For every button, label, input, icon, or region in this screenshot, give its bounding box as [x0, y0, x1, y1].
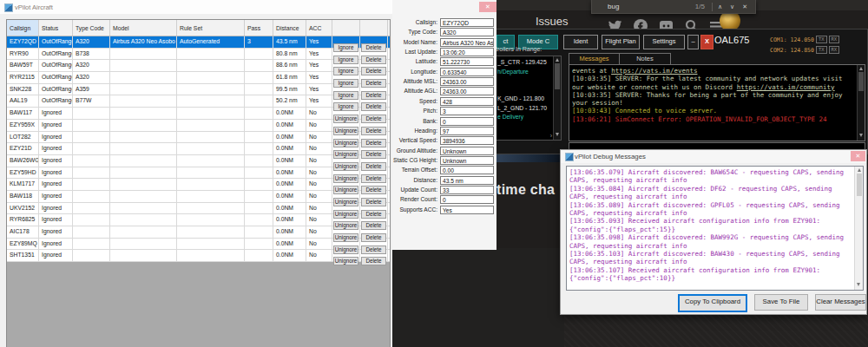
- column-header-Type Code[interactable]: Type Code: [73, 20, 110, 36]
- table-row[interactable]: RYR2115OutOfRangeA32061.8 nmYesIgnoreDel…: [7, 72, 390, 84]
- aircraft-window-titlebar[interactable]: vPilot Aircraft: [0, 0, 392, 14]
- flight-plan-button[interactable]: Flight Plan: [602, 35, 640, 49]
- controller-item[interactable]: [497, 86, 551, 95]
- scroll-thumb[interactable]: [857, 174, 862, 196]
- details-close-icon[interactable]: ✕: [479, 2, 496, 12]
- table-row[interactable]: SHT1351Ignored0.0NMNoUnignoreDelete: [7, 250, 390, 262]
- column-header-Status[interactable]: Status: [39, 20, 73, 36]
- table-row[interactable]: AAL19OutOfRangeB77W50.2 nmYesIgnoreDelet…: [7, 95, 390, 108]
- debug-window-titlebar[interactable]: vPilot Debug Messages ✕: [561, 150, 866, 163]
- debug-close-icon[interactable]: ✕: [851, 151, 865, 161]
- scroll-down-icon[interactable]: [556, 133, 559, 136]
- controllers-hscroll-chevron[interactable]: ›: [550, 133, 552, 140]
- copy-to-clipboard-button[interactable]: Copy To Clipboard: [678, 294, 747, 312]
- detail-value[interactable]: Unknown: [440, 147, 494, 155]
- controller-item[interactable]: L_2_GND - 121.70: [497, 104, 551, 114]
- scroll-up-icon[interactable]: [556, 58, 559, 62]
- table-row[interactable]: SNK228OutOfRangeA35999.5 nmYesIgnoreDele…: [7, 84, 390, 96]
- detail-value[interactable]: 0.00: [440, 166, 494, 174]
- controller-item[interactable]: e Delivery: [497, 113, 551, 122]
- detail-value[interactable]: 24363.00: [440, 77, 494, 86]
- message-link[interactable]: https://vats.im/community: [737, 83, 835, 91]
- close-button[interactable]: X: [700, 35, 713, 49]
- column-header-Rule Set[interactable]: Rule Set: [177, 20, 245, 36]
- table-row[interactable]: EZY72QDOutOfRangeA320Airbus A320 Neo Aso…: [7, 36, 390, 49]
- com1-tx-button[interactable]: TX: [816, 36, 827, 43]
- unignore-button[interactable]: Unignore: [333, 257, 358, 265]
- debug-scrollbar[interactable]: [854, 167, 863, 290]
- detail-value[interactable]: 3894936: [440, 136, 494, 145]
- column-header-Callsign[interactable]: Callsign: [7, 20, 39, 36]
- controllers-scrollbar[interactable]: [553, 56, 561, 140]
- table-row[interactable]: LOT282Ignored0.0NMNoUnignoreDelete: [7, 132, 390, 144]
- column-header-ACC[interactable]: ACC: [306, 20, 332, 36]
- find-next-icon[interactable]: ∨: [730, 3, 734, 10]
- com2-rx-button[interactable]: RX: [829, 46, 840, 54]
- table-row[interactable]: EZY21DIgnored0.0NMNoUnignoreDelete: [7, 143, 390, 155]
- detail-value[interactable]: 0: [440, 195, 494, 204]
- cell: [245, 108, 273, 119]
- detail-value[interactable]: Unknown: [440, 156, 494, 165]
- message-link[interactable]: https://vats.im/events: [611, 67, 697, 75]
- controller-item[interactable]: [497, 76, 551, 86]
- ident-button[interactable]: Ident: [563, 35, 598, 49]
- controller-item[interactable]: _S_CTR - 129.425: [497, 58, 551, 68]
- table-row[interactable]: BAW118Ignored0.0NMNoUnignoreDelete: [7, 191, 390, 203]
- detail-value[interactable]: 51.222730: [440, 57, 494, 66]
- column-header-actions[interactable]: [360, 20, 388, 36]
- save-to-file-button[interactable]: Save To File: [754, 294, 808, 311]
- controller-item[interactable]: h/Departure: [497, 68, 551, 77]
- tab-notes[interactable]: Notes: [619, 53, 671, 65]
- detail-value[interactable]: A320: [440, 28, 494, 36]
- cell: 0.0NM: [273, 120, 306, 131]
- scroll-up-icon[interactable]: [859, 67, 863, 70]
- scroll-down-icon[interactable]: [859, 134, 863, 137]
- table-row[interactable]: BAW117Ignored0.0NMNoUnignoreDelete: [7, 108, 390, 120]
- scroll-down-icon[interactable]: [857, 283, 860, 286]
- column-header-Distance[interactable]: Distance: [273, 20, 306, 36]
- table-row[interactable]: EZY59HDIgnored0.0NMNoUnignoreDelete: [7, 167, 390, 180]
- table-row[interactable]: RYR90OutOfRangeB73880.8 nmYesIgnoreDelet…: [7, 49, 390, 61]
- column-header-Pass[interactable]: Pass: [245, 20, 273, 36]
- delete-button[interactable]: Delete: [361, 257, 386, 265]
- column-header-actions[interactable]: [332, 20, 360, 36]
- chat-message: [10:03:35] SERVER: Thanks for being a pa…: [572, 91, 852, 108]
- table-row[interactable]: KLM1717Ignored0.0NMNoUnignoreDelete: [7, 179, 390, 191]
- com2-tx-button[interactable]: TX: [816, 46, 827, 54]
- detail-value[interactable]: 0.633540: [440, 68, 494, 76]
- column-header-Model[interactable]: Model: [110, 20, 177, 36]
- scroll-thumb[interactable]: [858, 72, 864, 91]
- detail-value[interactable]: 43.5 nm: [440, 176, 494, 185]
- detail-value[interactable]: Airbus A320 Neo Asobo: [440, 38, 494, 47]
- detail-value[interactable]: Yes: [440, 206, 494, 214]
- detail-value[interactable]: 428: [440, 97, 494, 106]
- cell: 0.0NM: [273, 132, 306, 143]
- detail-value[interactable]: 24363.00: [440, 87, 494, 95]
- com1-rx-button[interactable]: RX: [829, 36, 840, 43]
- controller-item[interactable]: K_GND - 121.800: [497, 95, 551, 104]
- messages-scrollbar[interactable]: [857, 65, 865, 141]
- clear-messages-button[interactable]: Clear Messages: [815, 294, 866, 311]
- detail-value[interactable]: 97: [440, 127, 494, 135]
- settings-button[interactable]: Settings: [643, 35, 685, 49]
- find-query[interactable]: bug: [608, 3, 695, 10]
- table-row[interactable]: BAW26WGIgnored0.0NMNoUnignoreDelete: [7, 155, 390, 167]
- table-row[interactable]: BAW59TOutOfRangeA32088.6 nmYesIgnoreDele…: [7, 60, 390, 72]
- detail-value[interactable]: 13:06:20: [440, 48, 494, 56]
- table-row[interactable]: EZY959XIgnored0.0NMNoUnignoreDelete: [7, 120, 390, 132]
- table-row[interactable]: AIC178Ignored0.0NMNoUnignoreDelete: [7, 226, 390, 239]
- table-row[interactable]: UKV2152Ignored0.0NMNoUnignoreDelete: [7, 203, 390, 215]
- find-previous-icon[interactable]: ∧: [718, 3, 722, 10]
- find-close-icon[interactable]: ✕: [742, 3, 747, 10]
- minimize-button[interactable]: –: [687, 35, 699, 49]
- detail-value[interactable]: EZY72QD: [440, 18, 494, 27]
- scroll-up-icon[interactable]: [858, 168, 861, 172]
- table-row[interactable]: RYR6825Ignored0.0NMNoUnignoreDelete: [7, 214, 390, 226]
- detail-value[interactable]: 33: [440, 186, 494, 194]
- detail-value[interactable]: 3: [440, 107, 494, 115]
- detail-value[interactable]: 0: [440, 117, 494, 126]
- button-cell: Unignore: [332, 132, 360, 143]
- scroll-thumb[interactable]: [555, 63, 560, 89]
- table-row[interactable]: EZY89MQIgnored0.0NMNoUnignoreDelete: [7, 239, 390, 251]
- tab-messages[interactable]: Messages: [569, 53, 620, 65]
